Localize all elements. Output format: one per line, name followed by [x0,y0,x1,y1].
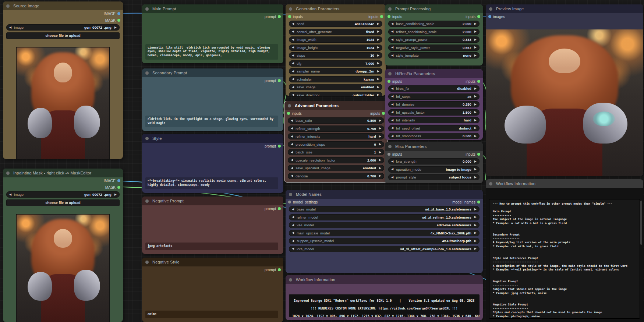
widget-seed[interactable]: ◀seed4815162342▶ [289,21,382,27]
decrement-arrow-icon[interactable]: ◀ [292,93,294,96]
widget-image[interactable]: ◀imagegen_00072_.png▶ [6,191,120,198]
widget-operation_mode[interactable]: ◀operation_modeimage to image▶ [388,166,480,173]
prompt-textarea[interactable]: jpeg artefacts [145,243,278,250]
widget-save_upscaled_image[interactable]: ◀save_upscaled_imageenabled▶ [288,165,384,171]
decrement-arrow-icon[interactable]: ◀ [292,30,294,33]
increment-arrow-icon[interactable]: ▶ [474,240,477,243]
collapse-dot-icon[interactable] [388,145,392,148]
prompt-textarea[interactable]: cinematic film still eldritch lich surro… [145,44,278,60]
widget-image_width[interactable]: ◀image_width1024▶ [289,36,382,43]
node-misc-parameters[interactable]: Misc Parameters inputs inputs ◀lora_stre… [385,142,483,183]
widget-prompt_style[interactable]: ◀prompt_stylesubject focus▶ [388,174,480,180]
node-header[interactable]: Inpainting Mask - right click -> MaskEdi… [3,169,123,177]
node-generation-parameters[interactable]: Generation Parameters inputs inputs ◀see… [286,4,386,96]
decrement-arrow-icon[interactable]: ◀ [391,87,393,90]
prompt-textarea[interactable]: ~*~breathtaking~*~ cinematic realistic m… [145,177,278,189]
decrement-arrow-icon[interactable]: ◀ [292,46,294,49]
widget-vae_model[interactable]: ◀vae_modelsdxl-vae.safetensors▶ [289,222,480,228]
node-hiresfix-parameters[interactable]: HiResFix Parameters inputs inputs ◀hires… [385,69,483,140]
input-slot-inputs[interactable] [388,153,390,156]
node-negative-style[interactable]: Negative Style prompt anime [142,258,283,322]
collapse-dot-icon[interactable] [489,182,492,185]
node-model-names[interactable]: Model Names model_settings model_names ◀… [286,190,483,273]
increment-arrow-icon[interactable]: ▶ [377,70,379,73]
decrement-arrow-icon[interactable]: ◀ [291,174,293,177]
widget-denoise[interactable]: ◀denoise0.700▶ [288,173,384,179]
widget-main_upscale_model[interactable]: ◀main_upscale_model4x_NMKD-Siax_200k.pth… [289,230,480,236]
increment-arrow-icon[interactable]: ▶ [474,247,477,250]
node-header[interactable]: Preview Image [486,4,643,13]
collapse-dot-icon[interactable] [388,7,392,11]
output-slot-inputs[interactable] [477,15,480,18]
collapse-dot-icon[interactable] [145,137,149,140]
scrollbar[interactable] [640,201,642,245]
increment-arrow-icon[interactable]: ▶ [379,135,381,138]
collapse-dot-icon[interactable] [288,104,291,107]
decrement-arrow-icon[interactable]: ◀ [391,168,393,171]
prompt-textarea[interactable]: anime [145,311,278,318]
decrement-arrow-icon[interactable]: ◀ [391,160,393,163]
choose-file-button[interactable]: choose file to upload [6,32,120,39]
decrement-arrow-icon[interactable]: ◀ [9,26,11,29]
decrement-arrow-icon[interactable]: ◀ [292,62,294,65]
decrement-arrow-icon[interactable]: ◀ [9,193,11,196]
output-slot-inputs[interactable] [477,153,480,156]
increment-arrow-icon[interactable]: ▶ [474,231,477,234]
increment-arrow-icon[interactable]: ▶ [474,46,477,49]
increment-arrow-icon[interactable]: ▶ [379,167,381,170]
widget-negative_style_power[interactable]: ◀negative_style_power0.667▶ [388,45,480,51]
increment-arrow-icon[interactable]: ▶ [474,135,477,138]
collapse-dot-icon[interactable] [145,199,149,203]
decrement-arrow-icon[interactable]: ◀ [292,54,294,57]
decrement-arrow-icon[interactable]: ◀ [292,208,294,211]
node-header[interactable]: Generation Parameters [286,4,386,13]
node-main-prompt[interactable]: Main Prompt prompt cinematic film still … [142,4,283,63]
decrement-arrow-icon[interactable]: ◀ [391,38,393,41]
widget-style_prompt_power[interactable]: ◀style_prompt_power0.333▶ [388,36,480,43]
node-header[interactable]: HiResFix Parameters [385,69,483,78]
widget-refiner_model[interactable]: ◀refiner_modelsd_xl_refiner_1.0.safetens… [289,214,480,220]
increment-arrow-icon[interactable]: ▶ [474,54,477,57]
widget-hires_fix[interactable]: ◀hires_fixdisabled▶ [388,85,480,92]
increment-arrow-icon[interactable]: ▶ [377,62,379,65]
decrement-arrow-icon[interactable]: ◀ [391,95,393,98]
collapse-dot-icon[interactable] [289,278,292,282]
collapse-dot-icon[interactable] [145,7,149,11]
increment-arrow-icon[interactable]: ▶ [474,103,477,106]
increment-arrow-icon[interactable]: ▶ [379,143,381,146]
widget-hrf_steps[interactable]: ◀hrf_steps25▶ [388,93,480,100]
decrement-arrow-icon[interactable]: ◀ [391,135,393,138]
increment-arrow-icon[interactable]: ▶ [377,46,379,49]
output-slot-prompt[interactable] [278,145,281,148]
node-inpainting-mask[interactable]: Inpainting Mask - right click -> MaskEdi… [3,169,123,322]
node-header[interactable]: Negative Style [142,258,283,266]
input-slot-inputs[interactable] [287,112,290,115]
decrement-arrow-icon[interactable]: ◀ [391,22,393,25]
output-slot-image[interactable] [117,179,120,182]
widget-style_template[interactable]: ◀style_templatenone▶ [388,52,480,59]
decrement-arrow-icon[interactable]: ◀ [391,119,393,122]
output-slot-inputs[interactable] [477,80,480,83]
node-advanced-parameters[interactable]: Advanced Parameters inputs inputs ◀base_… [284,101,388,183]
input-slot-inputs[interactable] [388,80,390,83]
decrement-arrow-icon[interactable]: ◀ [291,159,293,162]
decrement-arrow-icon[interactable]: ◀ [292,240,294,243]
node-preview-image[interactable]: Preview Image images [486,4,643,176]
node-header[interactable]: Prompt Processing [385,4,483,13]
node-prompt-processing[interactable]: Prompt Processing inputs inputs ◀base_co… [385,4,483,66]
input-slot-inputs[interactable] [288,15,291,18]
widget-support_upscale_model[interactable]: ◀support_upscale_model4x-UltraSharp.pth▶ [289,238,480,244]
node-workflow-information-help[interactable]: Workflow Information --- How to prompt t… [486,179,643,322]
widget-hrf_upscale_factor[interactable]: ◀hrf_upscale_factor1.500▶ [388,109,480,116]
node-workflow-information-banner[interactable]: Workflow Information Improved Searge SDX… [286,275,483,320]
increment-arrow-icon[interactable]: ▶ [377,93,379,96]
decrement-arrow-icon[interactable]: ◀ [291,167,293,170]
increment-arrow-icon[interactable]: ▶ [474,95,477,98]
decrement-arrow-icon[interactable]: ◀ [391,30,393,33]
decrement-arrow-icon[interactable]: ◀ [391,111,393,114]
decrement-arrow-icon[interactable]: ◀ [292,216,294,219]
increment-arrow-icon[interactable]: ▶ [379,127,381,130]
increment-arrow-icon[interactable]: ▶ [379,151,381,154]
prompt-textarea[interactable]: eldritch lich, in the spotlight on a sta… [145,116,278,127]
collapse-dot-icon[interactable] [6,4,10,8]
